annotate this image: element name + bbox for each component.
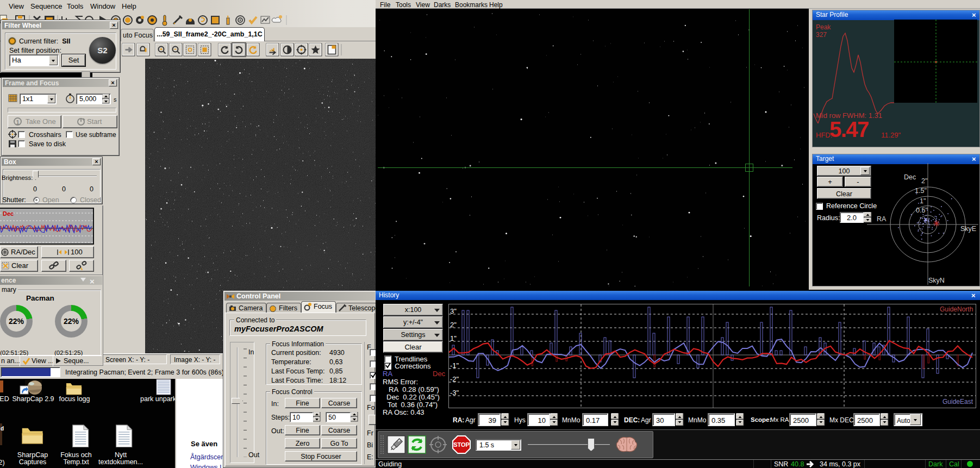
svg-text:STOP: STOP <box>453 441 470 448</box>
svg-text:d: d <box>1 426 4 432</box>
